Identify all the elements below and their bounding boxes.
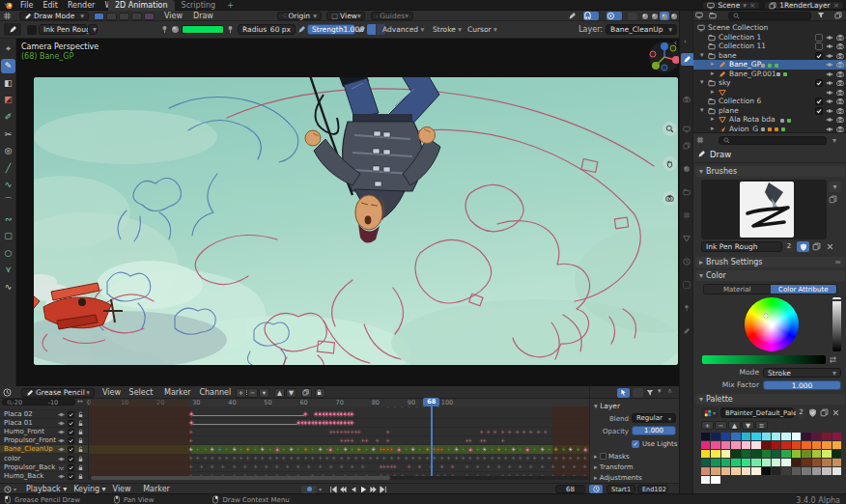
palette-swatch-51[interactable] — [792, 459, 801, 466]
palette-swatch-30[interactable] — [721, 450, 730, 458]
keyframe[interactable] — [307, 465, 312, 470]
section-adjustments[interactable]: ▸ Adjustments — [594, 474, 642, 482]
jump-to-end-button[interactable] — [380, 486, 388, 493]
keyframe[interactable] — [318, 465, 323, 470]
move-up-button[interactable]: ▲ — [274, 388, 285, 398]
palette-remove-color-button[interactable]: − — [715, 421, 727, 430]
frame-end-field[interactable]: End102 — [637, 485, 668, 493]
lock-icon[interactable] — [77, 473, 84, 480]
lock-open-icon[interactable] — [77, 446, 84, 453]
keyframe[interactable] — [511, 457, 516, 462]
mode-dropdown[interactable]: Stroke▾ — [763, 368, 841, 378]
keyframe[interactable] — [486, 430, 491, 434]
channel-row-placa-02[interactable]: Placa 02 — [0, 410, 89, 419]
playhead-line[interactable] — [431, 399, 433, 480]
eyedropper-toggle-icon[interactable] — [568, 12, 577, 20]
lock-icon[interactable] — [77, 456, 84, 462]
palette-swatch-24[interactable] — [802, 441, 810, 449]
keyframe[interactable] — [496, 465, 501, 470]
expand-arrow[interactable]: ▸ — [711, 115, 715, 125]
outliner-row-collection-1[interactable]: Collection 1 — [693, 33, 846, 42]
expand-arrow[interactable]: ▾ — [700, 78, 704, 88]
keyframe[interactable] — [536, 430, 541, 434]
visibility-eye-icon[interactable] — [58, 456, 65, 462]
shading-material-preview-icon[interactable] — [660, 12, 669, 20]
outliner-row-collection-6[interactable]: Collection 6 — [693, 97, 846, 106]
keyframe-options-dropdown[interactable]: ▾ — [259, 388, 269, 398]
use-lights-checkbox[interactable]: ✓Use Lights — [632, 439, 677, 448]
keyframe[interactable] — [385, 430, 390, 434]
palette-swatch-42[interactable] — [701, 459, 710, 466]
render-camera-icon[interactable] — [836, 70, 844, 78]
keyframe[interactable] — [410, 457, 415, 462]
tool-curve[interactable]: ∾ — [1, 211, 15, 226]
keyframe[interactable] — [500, 430, 505, 434]
lock-open-icon[interactable] — [77, 420, 84, 427]
keyframe[interactable] — [203, 457, 208, 462]
expand-arrow[interactable]: ▾ — [700, 106, 704, 116]
dopesheet-editor-icon[interactable] — [3, 388, 12, 397]
filter-dropdown-arrow[interactable]: ▾ — [658, 387, 662, 395]
keyframe[interactable] — [450, 465, 455, 470]
palette-swatch-8[interactable] — [781, 433, 790, 440]
keyframe[interactable] — [418, 465, 423, 470]
keyframe[interactable] — [310, 457, 315, 462]
palette-swatch-14[interactable] — [701, 441, 710, 449]
tool-eyedropper[interactable]: ◎ — [1, 144, 15, 158]
radius-slider[interactable]: Radius60 px — [238, 24, 296, 35]
current-frame-field[interactable]: 68 — [555, 485, 585, 493]
keyframe[interactable] — [507, 465, 512, 470]
keyframe[interactable] — [494, 430, 498, 434]
shading-solid-icon[interactable] — [650, 12, 660, 20]
blend-dropdown[interactable]: Regular▾ — [632, 413, 676, 423]
tool-cursor[interactable]: ⌖ — [1, 42, 15, 56]
move-down-button[interactable]: ▼ — [286, 388, 296, 398]
keyframe[interactable] — [496, 457, 501, 462]
palette-swatch-54[interactable] — [822, 459, 831, 466]
properties-search-input[interactable] — [719, 136, 827, 145]
keyframe[interactable] — [483, 438, 488, 443]
keyframe[interactable] — [540, 457, 545, 462]
palette-move-down-button[interactable]: ▼ — [742, 421, 754, 430]
keyframe[interactable] — [282, 457, 287, 462]
keyframe[interactable] — [242, 465, 247, 470]
snap-magnet-toggle[interactable] — [583, 12, 599, 20]
expand-arrow[interactable]: ▸ — [711, 60, 715, 70]
palette-duplicate-icon[interactable] — [820, 408, 829, 417]
zoom-button[interactable] — [663, 122, 677, 136]
visibility-eye-icon[interactable] — [826, 98, 833, 105]
outliner-search-input[interactable] — [728, 12, 811, 20]
color-wheel-cursor[interactable] — [764, 314, 768, 318]
palette-swatch-63[interactable] — [772, 467, 780, 475]
visibility-eye-icon[interactable] — [826, 70, 833, 78]
duplicate-brush-icon[interactable] — [812, 242, 821, 251]
keyframe[interactable] — [232, 457, 237, 462]
keyframe[interactable] — [433, 457, 437, 462]
keyframe[interactable] — [532, 457, 537, 462]
menu-edit[interactable]: Edit — [38, 0, 63, 11]
expand-arrow[interactable]: ▸ — [711, 88, 715, 98]
visibility-eye-icon[interactable] — [58, 420, 65, 427]
channel-row-bane_cleanup[interactable]: Bane_CleanUp — [0, 445, 89, 454]
include-checkbox[interactable] — [815, 42, 823, 50]
include-checkbox[interactable] — [815, 98, 823, 105]
keyframe[interactable] — [404, 457, 409, 462]
pan-button[interactable] — [663, 156, 677, 171]
horizontal-scrollbar[interactable] — [89, 476, 589, 480]
workspace-tab-scripting[interactable]: Scripting — [175, 0, 223, 11]
tool-circle[interactable]: ○ — [1, 245, 15, 260]
keyframe[interactable] — [519, 465, 523, 470]
lock-open-icon[interactable] — [77, 411, 84, 418]
keyframe[interactable] — [188, 430, 193, 434]
brush-browse-button[interactable]: ▾ — [829, 182, 841, 192]
box-select-icon[interactable] — [633, 388, 643, 398]
palette-swatch-13[interactable] — [832, 433, 841, 440]
properties-tab-icon-0[interactable] — [683, 96, 691, 103]
outliner-row-sky[interactable]: ▾sky — [693, 78, 846, 88]
channel-row-humo_back[interactable]: Humo_Back — [0, 472, 89, 480]
keyframe[interactable] — [522, 430, 526, 434]
render-camera-icon[interactable] — [836, 98, 844, 105]
palette-browse-button[interactable]: ▾ — [701, 407, 719, 418]
keyframe[interactable] — [296, 457, 301, 462]
palette-swatch-32[interactable] — [742, 450, 750, 458]
